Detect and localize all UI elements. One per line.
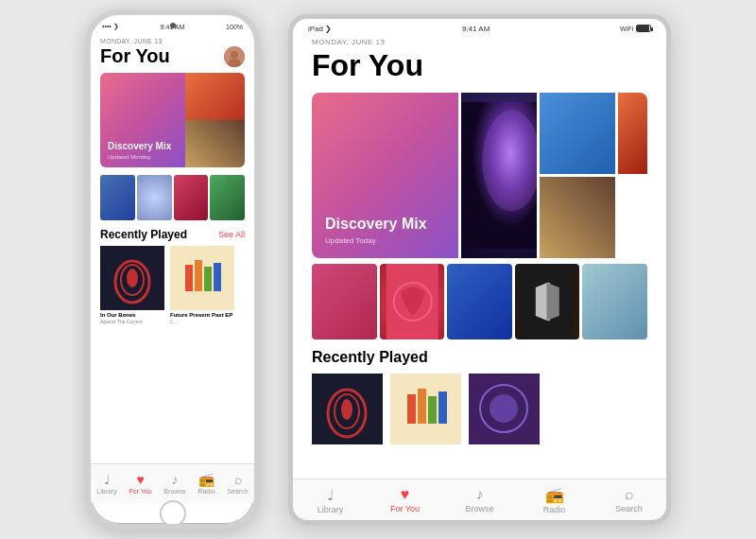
svg-marker-18 — [536, 283, 547, 321]
iphone-album-art-1 — [100, 246, 164, 310]
svg-rect-27 — [428, 396, 437, 424]
ipad-recent-album-3[interactable] — [469, 374, 540, 447]
search-icon: ⌕ — [234, 472, 242, 487]
ipad-tab-radio-label: Radio — [543, 505, 566, 514]
ipad-tab-bar: ♩ Library ♥ For You ♪ Browse 📻 Radio ⌕ S… — [293, 478, 666, 520]
iphone-page-title: For You — [100, 45, 245, 67]
ipad-browse-icon: ♪ — [476, 486, 484, 503]
ipad-device: iPad ❯ 9:41 AM WiFi MONDAY, JUNE 13 For … — [288, 14, 671, 525]
iphone-avatar[interactable] — [224, 46, 245, 67]
browse-icon: ♪ — [172, 472, 179, 487]
iphone-home-button[interactable] — [160, 500, 186, 524]
svg-rect-9 — [195, 260, 202, 291]
ipad-battery-fill — [637, 26, 649, 31]
svg-rect-26 — [418, 389, 426, 424]
ipad-radio-icon: 📻 — [545, 486, 564, 504]
svg-point-23 — [341, 399, 352, 420]
iphone-tab-foryou-label: For You — [129, 488, 151, 495]
ipad-recent-art-3 — [469, 374, 540, 444]
ipad-tab-library-label: Library — [318, 505, 344, 514]
svg-rect-28 — [438, 391, 447, 424]
iphone-screen: MONDAY, JUNE 13 For You Discovery Mix Up… — [91, 32, 254, 463]
ipad-status-bar: iPad ❯ 9:41 AM WiFi — [293, 19, 666, 38]
ipad-discovery-img-c — [540, 177, 615, 258]
ipad-tab-browse-label: Browse — [465, 504, 493, 513]
iphone-recent-album-2[interactable]: Future Present Past EP C... — [170, 246, 234, 324]
iphone-mini-albums — [100, 175, 245, 220]
iphone-tab-foryou[interactable]: ♥ For You — [129, 472, 151, 495]
ipad-search-icon: ⌕ — [625, 486, 634, 503]
ipad-bottom-album-2[interactable] — [380, 264, 445, 339]
ipad-library-icon: ♩ — [327, 486, 335, 504]
ipad-date: MONDAY, JUNE 13 — [312, 38, 647, 46]
iphone-date: MONDAY, JUNE 13 — [100, 38, 245, 44]
iphone-battery: 100% — [226, 24, 243, 30]
iphone-discovery-main: Discovery Mix Updated Monday — [100, 73, 185, 167]
iphone-home-bar — [91, 503, 254, 524]
iphone-album-artist-2: C... — [170, 319, 234, 324]
ipad-tab-search-label: Search — [615, 504, 643, 513]
iphone-mini-album-4[interactable] — [210, 175, 245, 220]
iphone-discovery-card[interactable]: Discovery Mix Updated Monday — [100, 73, 245, 167]
iphone-carrier: •••• ❯ — [102, 23, 119, 30]
ipad-bottom-album-1[interactable] — [312, 264, 377, 339]
iphone-recently-title: Recently Played — [100, 228, 187, 241]
ipad-discovery-subtitle: Updated Today — [325, 236, 445, 245]
ipad-tab-library[interactable]: ♩ Library — [302, 486, 359, 514]
svg-rect-8 — [185, 265, 193, 291]
ipad-carrier: iPad ❯ — [308, 25, 332, 33]
foryou-icon: ♥ — [136, 472, 144, 487]
ipad-tab-radio[interactable]: 📻 Radio — [526, 486, 583, 514]
ipad-discovery-img-b — [618, 93, 647, 174]
ipad-recent-album-1[interactable] — [312, 374, 383, 447]
iphone-tab-browse-label: Browse — [163, 488, 185, 495]
iphone-device: •••• ❯ 9:41 AM 100% MONDAY, JUNE 13 For … — [85, 9, 260, 530]
svg-point-31 — [490, 394, 518, 423]
radio-icon: 📻 — [198, 472, 215, 487]
svg-marker-19 — [547, 283, 559, 321]
iphone-recently-header: Recently Played See All — [100, 228, 245, 241]
iphone-tab-browse[interactable]: ♪ Browse — [163, 472, 185, 495]
ipad-tab-search[interactable]: ⌕ Search — [601, 486, 658, 513]
ipad-bottom-albums — [312, 264, 647, 339]
iphone-album-name-2: Future Present Past EP — [170, 312, 234, 319]
iphone-mini-album-1[interactable] — [100, 175, 135, 220]
iphone-mini-album-3[interactable] — [174, 175, 209, 220]
iphone-tab-bar: ♩ Library ♥ For You ♪ Browse 📻 Radio ⌕ S… — [91, 463, 254, 503]
iphone-recent-album-1[interactable]: In Our Bones Against The Current — [100, 246, 164, 324]
ipad-battery-icon — [636, 25, 651, 32]
iphone-discovery-img1 — [185, 73, 245, 120]
svg-rect-10 — [204, 267, 212, 291]
ipad-discovery-card[interactable]: Discovery Mix Updated Today — [312, 93, 647, 258]
library-icon: ♩ — [104, 472, 111, 487]
iphone-mini-album-2[interactable] — [137, 175, 172, 220]
ipad-tab-foryou[interactable]: ♥ For You — [377, 486, 434, 513]
svg-point-6 — [127, 269, 138, 287]
iphone-see-all[interactable]: See All — [218, 230, 245, 239]
iphone-tab-radio-label: Radio — [198, 488, 215, 495]
iphone-tab-search-label: Search — [227, 488, 248, 495]
ipad-wifi-icon: WiFi — [620, 26, 633, 32]
ipad-recent-album-2[interactable] — [390, 374, 461, 447]
svg-rect-11 — [214, 263, 221, 291]
iphone-tab-library[interactable]: ♩ Library — [96, 472, 116, 495]
ipad-page-title: For You — [312, 48, 647, 83]
ipad-recent-albums — [312, 374, 647, 447]
ipad-bottom-album-3[interactable] — [447, 264, 512, 339]
iphone-tab-radio[interactable]: 📻 Radio — [198, 472, 215, 495]
ipad-status-icons: WiFi — [620, 25, 651, 32]
iphone-tab-search[interactable]: ⌕ Search — [227, 472, 248, 495]
svg-rect-25 — [407, 394, 416, 424]
iphone-discovery-title: Discovery Mix — [108, 141, 178, 151]
ipad-bottom-album-5[interactable] — [582, 264, 647, 339]
ipad-tab-browse[interactable]: ♪ Browse — [452, 486, 508, 513]
iphone-tab-library-label: Library — [96, 488, 116, 495]
svg-point-1 — [231, 51, 238, 59]
ipad-discovery-main: Discovery Mix Updated Today — [312, 93, 458, 258]
ipad-bottom-album-4[interactable] — [515, 264, 580, 339]
iphone-content: MONDAY, JUNE 13 For You Discovery Mix Up… — [91, 32, 254, 524]
ipad-foryou-icon: ♥ — [401, 486, 410, 503]
iphone-discovery-subtitle: Updated Monday — [108, 154, 178, 160]
iphone-album-name-1: In Our Bones — [100, 312, 164, 319]
iphone-camera — [170, 23, 176, 28]
